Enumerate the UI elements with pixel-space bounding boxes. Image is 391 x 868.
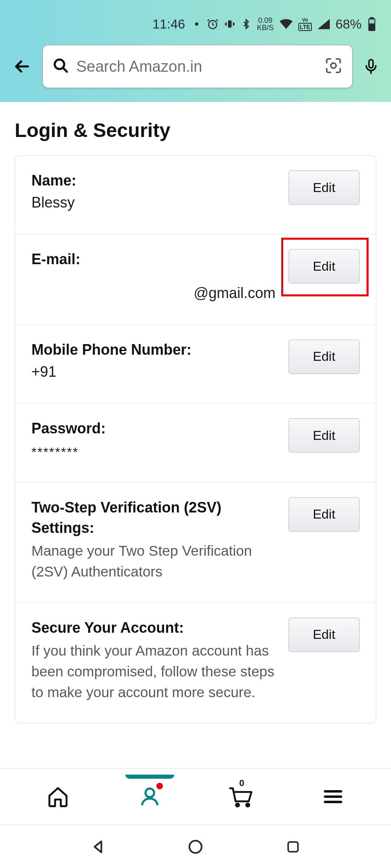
app-header: 11:46 0.09 KB/S Vo LTE 68% — [0, 0, 391, 102]
row-phone: Mobile Phone Number: +91 Edit — [15, 325, 376, 404]
back-button[interactable] — [10, 54, 34, 79]
edit-name-button[interactable]: Edit — [289, 170, 360, 205]
edit-phone-button[interactable]: Edit — [289, 340, 360, 374]
status-dot-icon — [195, 22, 198, 26]
header-row: Search Amazon.in — [0, 37, 391, 88]
svg-point-6 — [331, 63, 336, 68]
search-placeholder: Search Amazon.in — [76, 58, 320, 75]
edit-password-button[interactable]: Edit — [289, 418, 360, 453]
svg-point-10 — [247, 804, 249, 806]
svg-point-8 — [145, 788, 154, 797]
svg-point-9 — [236, 804, 239, 806]
search-icon — [53, 57, 69, 75]
svg-point-11 — [189, 841, 202, 853]
svg-rect-1 — [228, 20, 231, 27]
secure-desc: If you think your Amazon account has bee… — [31, 641, 279, 702]
row-name: Name: Blessy Edit — [15, 156, 376, 234]
row-password: Password: ******** Edit — [15, 404, 376, 482]
phone-value: +91 — [31, 361, 279, 383]
name-label: Name: — [31, 170, 279, 191]
row-secure-account: Secure Your Account: If you think your A… — [15, 603, 376, 723]
vibrate-icon — [224, 19, 235, 29]
system-nav — [0, 825, 391, 868]
svg-rect-3 — [370, 17, 374, 19]
volte-icon: Vo LTE — [298, 17, 312, 31]
svg-rect-7 — [369, 60, 373, 68]
bluetooth-icon — [241, 18, 251, 30]
page-title: Login & Security — [0, 102, 391, 155]
password-value: ******** — [31, 442, 279, 462]
settings-card: Name: Blessy Edit E-mail: @gmail.com Edi… — [15, 155, 376, 723]
signal-icon — [318, 19, 330, 29]
mic-button[interactable] — [361, 54, 381, 79]
nav-menu[interactable] — [317, 780, 349, 813]
scan-icon[interactable] — [324, 57, 342, 76]
svg-rect-4 — [369, 20, 375, 24]
nav-account[interactable] — [133, 780, 166, 813]
wifi-icon — [280, 19, 293, 29]
battery-icon — [367, 17, 376, 31]
cart-count: 0 — [239, 778, 244, 788]
notification-dot-icon — [156, 783, 163, 789]
bottom-nav: 0 — [0, 768, 391, 825]
email-label: E-mail: — [31, 249, 279, 269]
sys-recent-button[interactable] — [281, 835, 305, 859]
secure-label: Secure Your Account: — [31, 618, 279, 638]
phone-label: Mobile Phone Number: — [31, 340, 279, 360]
row-email: E-mail: @gmail.com Edit — [15, 234, 376, 325]
nav-home[interactable] — [42, 780, 74, 813]
search-box[interactable]: Search Amazon.in — [42, 45, 353, 88]
name-value: Blessy — [31, 192, 279, 214]
network-speed: 0.09 KB/S — [257, 17, 274, 31]
twosv-label: Two-Step Verification (2SV) Settings: — [31, 497, 279, 539]
status-time: 11:46 — [152, 17, 185, 32]
edit-email-button[interactable]: Edit — [289, 249, 360, 283]
email-value: @gmail.com — [31, 282, 279, 304]
row-2sv: Two-Step Verification (2SV) Settings: Ma… — [15, 483, 376, 603]
alarm-icon — [207, 18, 219, 30]
edit-secure-button[interactable]: Edit — [289, 618, 360, 652]
status-bar: 11:46 0.09 KB/S Vo LTE 68% — [0, 0, 391, 37]
battery-percent: 68% — [335, 17, 362, 32]
active-tab-indicator — [125, 775, 174, 779]
sys-home-button[interactable] — [183, 835, 208, 859]
password-label: Password: — [31, 418, 279, 439]
twosv-desc: Manage your Two Step Verification (2SV) … — [31, 541, 279, 582]
sys-back-button[interactable] — [86, 835, 110, 859]
svg-rect-12 — [288, 842, 298, 852]
nav-cart[interactable]: 0 — [225, 780, 258, 813]
edit-2sv-button[interactable]: Edit — [289, 497, 360, 532]
